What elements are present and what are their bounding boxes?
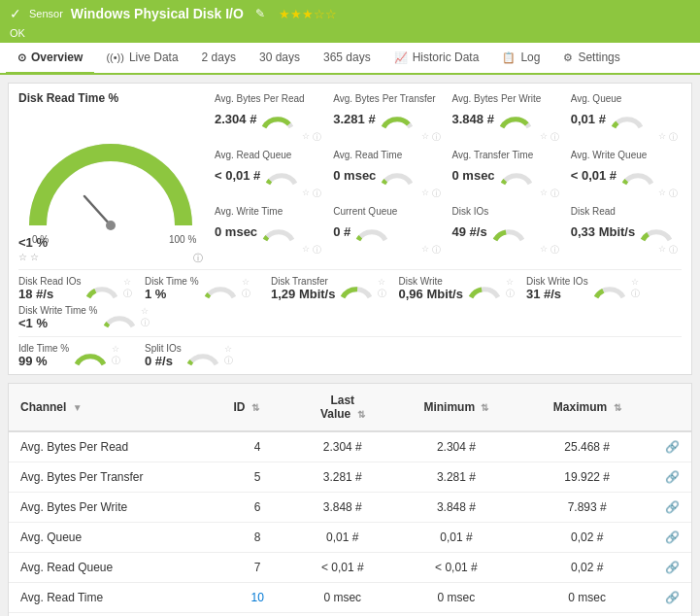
- tab-30days[interactable]: 30 days: [248, 43, 312, 75]
- svg-line-0: [84, 196, 111, 225]
- mini-gauge-svg-2: [498, 106, 533, 131]
- bottom-gauge-0: Disk Read IOs 18 #/s ☆ⓘ: [18, 274, 145, 303]
- overview-icon: ⊙: [17, 51, 26, 64]
- gauge-value-11: 0,33 Mbit/s: [571, 224, 635, 239]
- gauge-cell-8: Avg. Write Time 0 msec ☆ⓘ: [211, 204, 325, 258]
- col-last-value[interactable]: LastValue ⇅: [293, 384, 392, 431]
- tab-historic-label: Historic Data: [413, 51, 480, 64]
- bottom-gauge-value-3: 0,96 Mbit/s: [398, 287, 462, 301]
- table-header-row: Channel ▼ ID ⇅ LastValue ⇅ Minimum ⇅: [9, 384, 691, 431]
- cell-maximum: 0 msec: [520, 583, 653, 613]
- cell-action[interactable]: 🔗: [653, 523, 691, 553]
- tab-live-data[interactable]: ((•)) Live Data: [94, 43, 189, 75]
- svg-text:0 %: 0 %: [32, 234, 49, 245]
- log-icon: 📋: [502, 51, 516, 64]
- settings-icon: ⚙: [563, 51, 573, 64]
- tab-settings[interactable]: ⚙ Settings: [551, 43, 631, 75]
- data-table-section: Channel ▼ ID ⇅ LastValue ⇅ Minimum ⇅: [8, 383, 692, 616]
- gauge-cell-11: Disk Read 0,33 Mbit/s ☆ⓘ: [567, 204, 682, 258]
- cell-minimum: 3.281 #: [392, 462, 521, 493]
- bottom-gauge-7: Split IOs 0 #/s ☆ⓘ: [145, 341, 271, 370]
- gauge-value-5: 0 msec: [333, 168, 376, 183]
- tab-2days[interactable]: 2 days: [190, 43, 248, 75]
- tab-overview[interactable]: ⊙ Overview: [6, 43, 94, 75]
- tab-365days[interactable]: 365 days: [312, 43, 383, 75]
- live-icon: ((•)): [106, 51, 124, 63]
- gauge-info-icon: ⓘ: [193, 252, 203, 265]
- mini-gauge-svg-4: [264, 162, 299, 188]
- mini-gauge-svg-6: [499, 162, 534, 188]
- big-gauge-container: Disk Read Time % 0 % 100 %: [18, 91, 203, 265]
- bottom-gauges-row: Disk Read IOs 18 #/s ☆ⓘ Disk Time % 1 % …: [18, 269, 682, 332]
- gauge-value-7: < 0,01 #: [571, 168, 617, 183]
- gauge-cell-1: Avg. Bytes Per Transfer 3.281 # ☆ⓘ: [329, 91, 444, 146]
- cell-channel: Avg. Read Queue: [9, 553, 222, 583]
- historic-icon: 📈: [394, 51, 408, 64]
- col-channel[interactable]: Channel ▼: [9, 384, 222, 431]
- last-gauges-row: Idle Time % 99 % ☆ⓘ Split IOs 0 #/s ☆ⓘ: [18, 336, 682, 370]
- mini-gauge-svg-7: [620, 162, 655, 188]
- tab-365days-label: 365 days: [323, 51, 371, 64]
- cell-last-value: 0 msec: [293, 613, 392, 617]
- tab-historic[interactable]: 📈 Historic Data: [383, 43, 491, 75]
- cell-last-value: < 0,01 #: [293, 553, 392, 583]
- cell-last-value: 2.304 #: [293, 431, 392, 462]
- gauge-star-icon: ☆ ☆: [18, 252, 39, 265]
- table-row: Avg. Bytes Per Transfer 5 3.281 # 3.281 …: [9, 462, 691, 493]
- bottom-gauge-value-7: 0 #/s: [145, 354, 182, 368]
- cell-action[interactable]: 🔗: [653, 583, 691, 613]
- cell-action[interactable]: 🔗: [653, 431, 691, 462]
- edit-icon[interactable]: ✎: [255, 7, 265, 20]
- cell-id[interactable]: 11: [222, 613, 293, 617]
- gauge-cell-5: Avg. Read Time 0 msec ☆ⓘ: [329, 148, 444, 202]
- table-row: Avg. Queue 8 0,01 # 0,01 # 0,02 # 🔗: [9, 523, 691, 553]
- cell-action[interactable]: 🔗: [653, 613, 691, 617]
- gauge-value-8: 0 msec: [215, 224, 257, 239]
- sort-min-icon: ⇅: [481, 402, 488, 413]
- sort-channel-icon: ▼: [73, 402, 83, 413]
- svg-point-1: [106, 221, 116, 230]
- cell-maximum: 19.922 #: [520, 462, 653, 493]
- cell-last-value: 0 msec: [293, 583, 392, 613]
- table-body: Avg. Bytes Per Read 4 2.304 # 2.304 # 25…: [9, 431, 691, 616]
- cell-last-value: 0,01 #: [293, 523, 392, 553]
- svg-text:100 %: 100 %: [169, 234, 196, 245]
- table-row: Avg. Bytes Per Write 6 3.848 # 3.848 # 7…: [9, 493, 691, 523]
- sort-last-icon: ⇅: [357, 409, 365, 420]
- col-maximum[interactable]: Maximum ⇅: [520, 384, 653, 431]
- cell-action[interactable]: 🔗: [653, 493, 691, 523]
- bottom-gauge-value-6: 99 %: [18, 354, 69, 368]
- mini-gauge-svg-11: [639, 219, 674, 244]
- cell-action[interactable]: 🔗: [653, 462, 691, 493]
- mini-gauge-svg-5: [380, 162, 415, 188]
- table-row: Avg. Read Queue 7 < 0,01 # < 0,01 # 0,02…: [9, 553, 691, 583]
- sort-max-icon: ⇅: [614, 402, 621, 413]
- cell-action[interactable]: 🔗: [653, 553, 691, 583]
- col-minimum[interactable]: Minimum ⇅: [392, 384, 521, 431]
- tab-overview-label: Overview: [31, 51, 83, 64]
- tab-settings-label: Settings: [578, 51, 619, 64]
- cell-id: 8: [222, 523, 293, 553]
- star-rating[interactable]: ★★★☆☆: [279, 7, 337, 21]
- col-id[interactable]: ID ⇅: [222, 384, 293, 431]
- mini-gauge-svg-0: [260, 106, 295, 131]
- cell-maximum: 0,02 #: [520, 523, 653, 553]
- gauge-value-4: < 0,01 #: [215, 168, 260, 183]
- cell-id: 5: [222, 462, 293, 493]
- gauge-cell-0: Avg. Bytes Per Read 2.304 # ☆ⓘ: [211, 91, 325, 146]
- page-title: Windows Physical Disk I/O: [71, 6, 244, 21]
- tab-log[interactable]: 📋 Log: [490, 43, 551, 75]
- cell-maximum: 0 msec: [520, 613, 653, 617]
- tab-live-label: Live Data: [129, 51, 179, 64]
- bottom-gauge-value-0: 18 #/s: [18, 287, 81, 301]
- bottom-gauge-3: Disk Write 0,96 Mbit/s ☆ⓘ: [398, 274, 525, 303]
- cell-id: 6: [222, 493, 293, 523]
- bottom-gauge-4: Disk Write IOs 31 #/s ☆ⓘ: [526, 274, 652, 303]
- gauge-value-2: 3.848 #: [452, 112, 494, 126]
- cell-id[interactable]: 10: [222, 583, 293, 613]
- big-gauge-svg: 0 % 100 %: [18, 109, 203, 245]
- main-content: Disk Read Time % 0 % 100 %: [0, 75, 700, 616]
- bottom-gauge-5: Disk Write Time % <1 % ☆ⓘ: [18, 303, 161, 332]
- big-gauge-title: Disk Read Time %: [18, 91, 203, 105]
- cell-channel: Avg. Bytes Per Read: [9, 431, 222, 462]
